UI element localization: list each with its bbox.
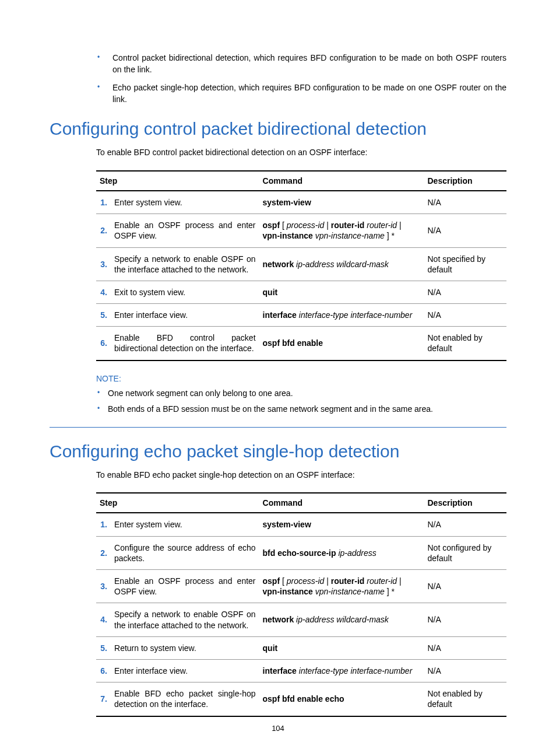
step-number: 5. bbox=[96, 636, 111, 659]
step-number: 1. bbox=[96, 513, 111, 536]
th-command: Command bbox=[259, 493, 424, 513]
th-command: Command bbox=[259, 171, 424, 191]
step-result: Not specified by default bbox=[424, 247, 507, 281]
step-command: bfd echo-source-ip ip-address bbox=[259, 536, 424, 569]
table-row: 4.Exit to system view.quitN/A bbox=[96, 281, 506, 303]
step-description: Configure the source address of echo pac… bbox=[111, 536, 259, 569]
table-row: 3.Enable an OSPF process and enter OSPF … bbox=[96, 570, 506, 603]
step-command: interface interface-type interface-numbe… bbox=[259, 304, 424, 327]
table-row: 6.Enable BFD control packet bidirectiona… bbox=[96, 327, 506, 360]
step-description: Enable BFD echo packet single-hop detect… bbox=[111, 682, 259, 716]
step-command: ospf [ process-id | router-id router-id … bbox=[259, 570, 424, 603]
step-number: 5. bbox=[96, 304, 111, 327]
step-result: N/A bbox=[424, 570, 507, 603]
step-result: Not configured by default bbox=[424, 536, 507, 569]
table-row: 3.Specify a network to enable OSPF on th… bbox=[96, 247, 506, 281]
step-result: N/A bbox=[424, 636, 507, 659]
table-row: 5.Enter interface view.interface interfa… bbox=[96, 304, 506, 327]
th-description: Description bbox=[424, 171, 507, 191]
step-number: 6. bbox=[96, 659, 111, 682]
step-result: N/A bbox=[424, 191, 507, 214]
step-result: N/A bbox=[424, 304, 507, 327]
step-result: N/A bbox=[424, 659, 507, 682]
step-command: network ip-address wildcard-mask bbox=[259, 247, 424, 281]
step-description: Specify a network to enable OSPF on the … bbox=[111, 603, 259, 636]
step-result: N/A bbox=[424, 214, 507, 247]
section1-heading: Configuring control packet bidirectional… bbox=[50, 119, 506, 139]
section2-subtext: To enable BFD echo packet single-hop det… bbox=[50, 470, 506, 481]
step-description: Enter system view. bbox=[111, 513, 259, 536]
step-description: Enter interface view. bbox=[111, 304, 259, 327]
step-description: Enable an OSPF process and enter OSPF vi… bbox=[111, 570, 259, 603]
table-row: 4.Specify a network to enable OSPF on th… bbox=[96, 603, 506, 636]
step-result: Not enabled by default bbox=[424, 327, 507, 360]
step-result: Not enabled by default bbox=[424, 682, 507, 716]
th-description: Description bbox=[424, 493, 507, 513]
table-row: 7.Enable BFD echo packet single-hop dete… bbox=[96, 682, 506, 716]
step-number: 7. bbox=[96, 682, 111, 716]
step-number: 1. bbox=[96, 191, 111, 214]
table-row: 5.Return to system view.quitN/A bbox=[96, 636, 506, 659]
step-description: Enter interface view. bbox=[111, 659, 259, 682]
step-command: interface interface-type interface-numbe… bbox=[259, 659, 424, 682]
step-command: ospf bfd enable echo bbox=[259, 682, 424, 716]
section1-table: Step Command Description 1.Enter system … bbox=[96, 170, 506, 361]
section2-heading: Configuring echo packet single-hop detec… bbox=[50, 442, 506, 461]
step-command: quit bbox=[259, 281, 424, 303]
intro-bullet: Control packet bidirectional detection, … bbox=[96, 52, 506, 75]
section2-tbody: 1.Enter system view.system-viewN/A2.Conf… bbox=[96, 513, 506, 716]
step-number: 2. bbox=[96, 214, 111, 247]
step-command: system-view bbox=[259, 513, 424, 536]
table-row: 1.Enter system view.system-viewN/A bbox=[96, 191, 506, 214]
section1-tbody: 1.Enter system view.system-viewN/A2.Enab… bbox=[96, 191, 506, 360]
note-label: NOTE: bbox=[50, 374, 506, 383]
step-number: 3. bbox=[96, 247, 111, 281]
intro-bullet: Echo packet single-hop detection, which … bbox=[96, 82, 506, 105]
step-description: Specify a network to enable OSPF on the … bbox=[111, 247, 259, 281]
th-step: Step bbox=[96, 493, 259, 513]
step-result: N/A bbox=[424, 603, 507, 636]
intro-bullet-list: Control packet bidirectional detection, … bbox=[50, 52, 506, 105]
table-row: 6.Enter interface view.interface interfa… bbox=[96, 659, 506, 682]
table-row: 2.Enable an OSPF process and enter OSPF … bbox=[96, 214, 506, 247]
step-number: 4. bbox=[96, 281, 111, 303]
step-number: 6. bbox=[96, 327, 111, 360]
page-number: 104 bbox=[0, 724, 556, 733]
step-description: Return to system view. bbox=[111, 636, 259, 659]
note-item: One network segment can only belong to o… bbox=[96, 388, 506, 400]
note-item: Both ends of a BFD session must be on th… bbox=[96, 404, 506, 415]
note-list: One network segment can only belong to o… bbox=[50, 388, 506, 428]
step-description: Exit to system view. bbox=[111, 281, 259, 303]
section2-table: Step Command Description 1.Enter system … bbox=[96, 492, 506, 716]
step-number: 3. bbox=[96, 570, 111, 603]
step-number: 4. bbox=[96, 603, 111, 636]
section1-subtext: To enable BFD control packet bidirection… bbox=[50, 147, 506, 159]
step-result: N/A bbox=[424, 281, 507, 303]
step-number: 2. bbox=[96, 536, 111, 569]
step-command: ospf bfd enable bbox=[259, 327, 424, 360]
th-step: Step bbox=[96, 171, 259, 191]
step-command: system-view bbox=[259, 191, 424, 214]
step-command: ospf [ process-id | router-id router-id … bbox=[259, 214, 424, 247]
step-command: network ip-address wildcard-mask bbox=[259, 603, 424, 636]
table-row: 1.Enter system view.system-viewN/A bbox=[96, 513, 506, 536]
table-row: 2.Configure the source address of echo p… bbox=[96, 536, 506, 569]
step-command: quit bbox=[259, 636, 424, 659]
step-description: Enter system view. bbox=[111, 191, 259, 214]
step-description: Enable BFD control packet bidirectional … bbox=[111, 327, 259, 360]
step-description: Enable an OSPF process and enter OSPF vi… bbox=[111, 214, 259, 247]
step-result: N/A bbox=[424, 513, 507, 536]
